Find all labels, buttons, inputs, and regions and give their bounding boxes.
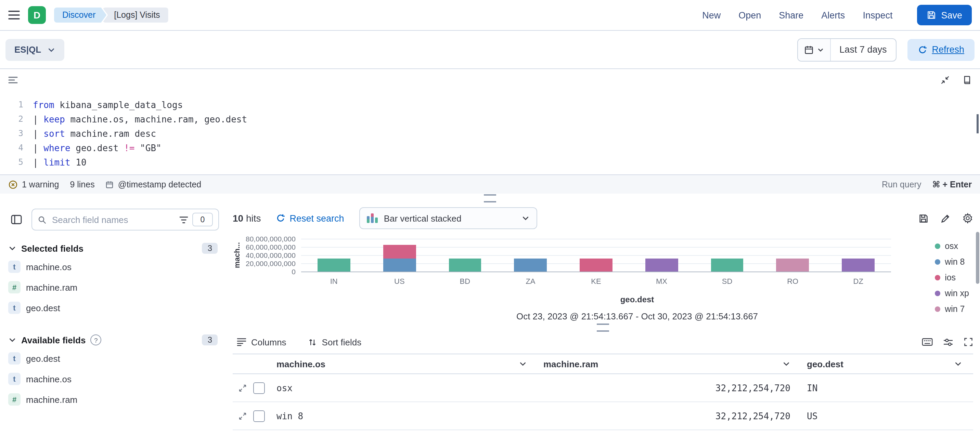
legend-color-dot (934, 291, 940, 296)
sort-fields-button[interactable]: Sort fields (304, 336, 366, 348)
chart-bar-SD[interactable] (711, 258, 743, 271)
keyboard-icon[interactable] (922, 338, 933, 346)
columns-button[interactable]: Columns (233, 336, 291, 348)
editor-options-icon[interactable] (8, 76, 18, 84)
grab-handle-icon[interactable] (597, 324, 609, 332)
chart-bar-BD[interactable] (449, 258, 482, 271)
esql-mode-button[interactable]: ES|QL (5, 39, 64, 60)
bar-segment-osx[interactable] (318, 258, 350, 271)
field-name: machine.ram (26, 394, 77, 405)
header-link-share[interactable]: Share (779, 10, 803, 20)
bar-segment-ios[interactable] (383, 245, 416, 259)
chart-bar-KE[interactable] (580, 258, 612, 271)
bar-segment-osx[interactable] (711, 258, 743, 271)
field-search-input[interactable] (51, 214, 175, 225)
legend-label: ios (945, 273, 956, 283)
docs-book-icon[interactable] (962, 75, 972, 85)
menu-icon[interactable] (8, 10, 20, 20)
chart-bar-DZ[interactable] (842, 258, 875, 271)
column-header-machine-os[interactable]: machine.os (271, 359, 538, 369)
field-list-item[interactable]: tmachine.os (7, 369, 219, 389)
bar-segment-win 8[interactable] (514, 258, 547, 271)
field-list-item[interactable]: tgeo.dest (7, 348, 219, 369)
field-list-item[interactable]: tgeo.dest (7, 297, 219, 318)
header-links: NewOpenShareAlertsInspect (702, 10, 892, 20)
expand-row-icon[interactable] (238, 411, 247, 420)
x-tick-label: MX (656, 277, 667, 285)
header-link-new[interactable]: New (702, 10, 721, 20)
grab-handle-icon[interactable] (484, 194, 496, 202)
field-list-item[interactable]: #machine.ram (7, 277, 219, 297)
gear-icon[interactable] (962, 213, 973, 224)
column-header-machine-ram[interactable]: machine.ram (538, 359, 801, 369)
chart-x-axis-title: geo.dest (301, 295, 973, 304)
breadcrumb-discover[interactable]: Discover (54, 8, 107, 22)
sidebar-section-header[interactable]: Available fields?3 (8, 335, 218, 345)
save-button[interactable]: Save (917, 5, 972, 25)
bar-segment-win xp[interactable] (645, 258, 678, 271)
shrink-icon[interactable] (940, 75, 950, 85)
sidebar-section-header[interactable]: Selected fields3 (8, 243, 218, 254)
field-search-box: 0 (32, 209, 219, 230)
legend-item-ios[interactable]: ios (934, 273, 969, 283)
chart-resize-strip (233, 324, 973, 332)
bar-segment-win 7[interactable] (776, 258, 809, 271)
chart-y-axis-ticks: 80,000,000,00060,000,000,00040,000,000,0… (233, 239, 296, 271)
sort-fields-icon (308, 338, 317, 346)
column-header-geo-dest[interactable]: geo.dest (801, 359, 973, 369)
header-link-alerts[interactable]: Alerts (821, 10, 845, 20)
esql-editor[interactable]: 1from kibana_sample_data_logs2| keep mac… (0, 69, 980, 175)
field-list-item[interactable]: tmachine.os (7, 257, 219, 277)
chart-bar-RO[interactable] (776, 258, 809, 271)
row-checkbox[interactable] (253, 382, 265, 394)
date-range-label[interactable]: Last 7 days (830, 39, 896, 60)
chart-bar-US[interactable] (383, 245, 416, 271)
fullscreen-icon[interactable] (964, 337, 973, 347)
bar-segment-win xp[interactable] (842, 258, 875, 271)
warning-icon (8, 179, 18, 189)
legend-color-dot (934, 243, 940, 249)
legend-item-osx[interactable]: osx (934, 241, 969, 251)
row-checkbox[interactable] (253, 410, 265, 422)
header-link-open[interactable]: Open (738, 10, 761, 20)
legend-label: osx (945, 241, 958, 251)
chevron-down-icon (8, 336, 16, 344)
chart-plot[interactable] (301, 239, 891, 272)
save-visualization-icon[interactable] (918, 213, 929, 223)
bar-segment-ios[interactable] (580, 258, 612, 271)
run-query-label[interactable]: Run query (882, 179, 921, 189)
reset-search-button[interactable]: Reset search (272, 213, 348, 224)
warning-status[interactable]: 1 warning (8, 179, 59, 189)
refresh-button[interactable]: Refresh (907, 39, 975, 60)
display-options-icon[interactable] (943, 338, 953, 346)
chart-bar-MX[interactable] (645, 258, 678, 271)
bar-segment-osx[interactable] (449, 258, 482, 271)
chevron-down-icon[interactable] (954, 360, 968, 368)
date-picker-calendar-button[interactable] (798, 39, 830, 60)
legend-item-win-xp[interactable]: win xp (934, 289, 969, 298)
legend-item-win-8[interactable]: win 8 (934, 257, 969, 267)
x-tick-label: DZ (853, 277, 863, 285)
vertical-scrollbar[interactable] (976, 232, 979, 284)
field-list-item[interactable]: #machine.ram (7, 389, 219, 410)
bar-segment-win 8[interactable] (383, 258, 416, 271)
legend-item-win-7[interactable]: win 7 (934, 304, 969, 314)
chart-bar-IN[interactable] (318, 258, 350, 271)
chart-bar-ZA[interactable] (514, 258, 547, 271)
help-icon[interactable]: ? (90, 335, 101, 345)
header-link-inspect[interactable]: Inspect (862, 10, 892, 20)
discover-app-logo[interactable]: D (28, 6, 46, 24)
collapse-sidebar-button[interactable] (7, 210, 26, 229)
chevron-down-icon (817, 46, 824, 53)
chevron-down-icon[interactable] (519, 360, 533, 368)
results-panel: 10 hits Reset search Bar vertical stacke… (226, 203, 980, 435)
editor-line-count: 9 lines (70, 179, 94, 189)
editor-code[interactable]: 1from kibana_sample_data_logs2| keep mac… (0, 91, 980, 170)
chart-type-select[interactable]: Bar vertical stacked (359, 207, 537, 229)
expand-row-icon[interactable] (238, 383, 247, 392)
filter-icon[interactable] (179, 216, 188, 223)
edit-icon[interactable] (940, 213, 951, 223)
line-number: 4 (0, 141, 33, 155)
run-query-shortcut: ⌘ + Enter (932, 179, 972, 189)
chevron-down-icon[interactable] (782, 360, 796, 368)
